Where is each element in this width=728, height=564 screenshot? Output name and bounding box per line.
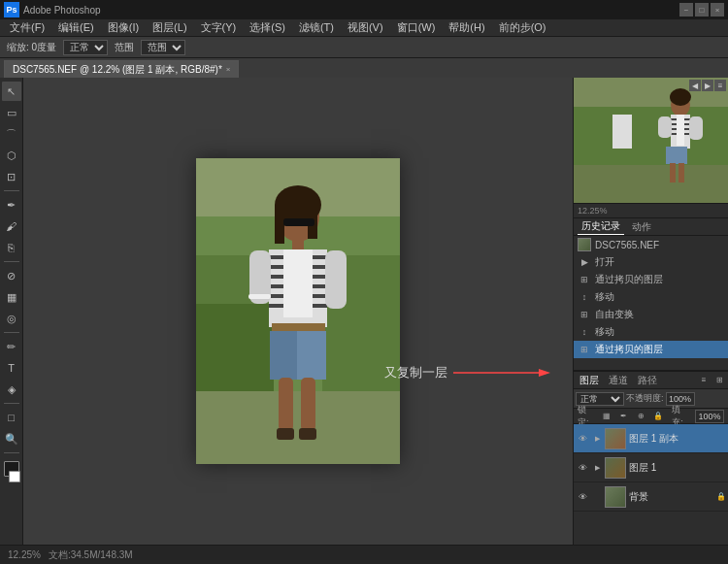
history-label-5: 移动 bbox=[595, 325, 614, 339]
svg-marker-31 bbox=[539, 369, 550, 377]
tool-pen[interactable]: ✏ bbox=[2, 337, 21, 356]
fill-input[interactable] bbox=[695, 410, 724, 423]
tool-shape[interactable]: □ bbox=[2, 408, 21, 427]
menu-layer[interactable]: 图层(L) bbox=[147, 19, 192, 36]
svg-rect-21 bbox=[325, 250, 347, 309]
range-select[interactable]: 范围 bbox=[141, 40, 185, 55]
layer-expand-1[interactable]: ▶ bbox=[592, 463, 602, 473]
history-item-0[interactable]: DSC7565.NEF bbox=[574, 236, 728, 253]
tool-blur[interactable]: ◎ bbox=[2, 309, 21, 328]
layers-tab-paths[interactable]: 路径 bbox=[634, 373, 661, 388]
layer-name-1: 图层 1 bbox=[629, 461, 726, 475]
zoom-level: 12.25% bbox=[8, 549, 41, 560]
prev-arrow-right[interactable]: ▶ bbox=[702, 80, 713, 91]
lock-transparent-icon[interactable]: ▦ bbox=[601, 410, 613, 423]
lock-all-icon[interactable]: 🔒 bbox=[651, 410, 664, 423]
svg-rect-37 bbox=[612, 115, 632, 149]
history-item-3[interactable]: ↕ 移动 bbox=[574, 288, 728, 306]
menu-filter[interactable]: 滤镜(T) bbox=[293, 19, 340, 36]
layer-row-1[interactable]: 👁 ▶ 图层 1 bbox=[574, 453, 728, 482]
tool-text[interactable]: T bbox=[2, 358, 21, 378]
layers-tab-channels[interactable]: 通道 bbox=[605, 373, 632, 388]
title-left: Ps Adobe Photoshop bbox=[4, 2, 101, 17]
tool-crop[interactable]: ⊡ bbox=[2, 167, 21, 186]
tool-gradient[interactable]: ▦ bbox=[2, 287, 21, 307]
preview-image bbox=[574, 78, 728, 204]
svg-rect-3 bbox=[196, 304, 274, 401]
history-item-5[interactable]: ↕ 移动 bbox=[574, 323, 728, 341]
zoom-label: 缩放: 0度量 bbox=[4, 40, 59, 55]
tool-zoom[interactable]: 🔍 bbox=[2, 429, 21, 448]
history-item-4[interactable]: ⊞ 自由变换 bbox=[574, 306, 728, 323]
menu-view[interactable]: 视图(V) bbox=[342, 19, 389, 36]
history-item-2[interactable]: ⊞ 通过拷贝的图层 bbox=[574, 271, 728, 288]
layers-options-bar: 正常 不透明度: bbox=[574, 389, 728, 409]
layers-menu-icon[interactable]: ≡ bbox=[697, 374, 711, 387]
layer-eye-0[interactable]: 👁 bbox=[576, 432, 589, 446]
right-panel: ◀ ▶ ≡ 12.25% 历史记录 动作 DSC7565.NEF ▶ 打开 ⊞ bbox=[573, 78, 728, 545]
opacity-label: 不透明度: bbox=[626, 392, 664, 405]
svg-rect-8 bbox=[275, 205, 284, 244]
tool-select-rect[interactable]: ▭ bbox=[2, 103, 21, 122]
minimize-button[interactable]: − bbox=[679, 3, 693, 17]
tool-brush[interactable]: 🖌 bbox=[2, 216, 21, 236]
tab-close-icon[interactable]: × bbox=[226, 65, 231, 74]
lock-position-icon[interactable]: ⊕ bbox=[635, 410, 647, 423]
file-size-info: 文档:34.5M/148.3M bbox=[49, 548, 133, 562]
history-label-3: 移动 bbox=[595, 290, 614, 304]
tool-eraser[interactable]: ⊘ bbox=[2, 266, 21, 285]
tool-path-select[interactable]: ◈ bbox=[2, 380, 21, 399]
mode-select[interactable]: 正常 bbox=[63, 40, 108, 55]
svg-rect-43 bbox=[666, 147, 687, 164]
panel-tab-actions[interactable]: 动作 bbox=[628, 219, 655, 235]
background-color[interactable] bbox=[9, 471, 20, 482]
history-item-1[interactable]: ▶ 打开 bbox=[574, 253, 728, 271]
tool-move[interactable]: ↖ bbox=[2, 82, 21, 101]
options-bar: 缩放: 0度量 正常 范围 范围 bbox=[0, 37, 728, 58]
preview-area: ◀ ▶ ≡ bbox=[574, 78, 728, 204]
layer-thumb-2 bbox=[605, 486, 626, 508]
panel-tab-history[interactable]: 历史记录 bbox=[578, 218, 624, 235]
close-button[interactable]: × bbox=[711, 3, 724, 17]
layer-expand-0[interactable]: ▶ bbox=[592, 434, 602, 444]
history-item-6[interactable]: ⊞ 通过拷贝的图层 bbox=[574, 341, 728, 358]
menu-type[interactable]: 文字(Y) bbox=[195, 19, 243, 36]
app-title: Adobe Photoshop bbox=[23, 5, 101, 16]
history-label-2: 通过拷贝的图层 bbox=[595, 273, 663, 286]
menu-help[interactable]: 帮助(H) bbox=[443, 19, 490, 36]
menu-file[interactable]: 文件(F) bbox=[4, 19, 50, 36]
svg-rect-24 bbox=[270, 331, 297, 380]
menu-select[interactable]: 选择(S) bbox=[244, 19, 291, 36]
tool-eyedropper[interactable]: ✒ bbox=[2, 195, 21, 215]
history-icon-2: ⊞ bbox=[578, 273, 591, 286]
annotation-text: 又复制一层 bbox=[384, 364, 447, 382]
tool-lasso[interactable]: ⌒ bbox=[2, 124, 21, 144]
svg-rect-25 bbox=[279, 378, 293, 431]
tool-clone[interactable]: ⎘ bbox=[2, 238, 21, 257]
title-bar: Ps Adobe Photoshop − □ × bbox=[0, 0, 728, 19]
layer-eye-1[interactable]: 👁 bbox=[576, 461, 589, 475]
document-tab[interactable]: DSC7565.NEF @ 12.2% (图层 1 副本, RGB/8#)* × bbox=[4, 60, 239, 78]
history-icon-6: ⊞ bbox=[578, 343, 591, 356]
maximize-button[interactable]: □ bbox=[695, 3, 709, 17]
layers-panel-icon[interactable]: ⊞ bbox=[712, 374, 726, 387]
lock-pixels-icon[interactable]: ✒ bbox=[617, 410, 630, 423]
layer-row-2[interactable]: 👁 背景 🔒 bbox=[574, 482, 728, 512]
canvas-area: 又复制一层 bbox=[23, 78, 573, 545]
tool-quick-select[interactable]: ⬡ bbox=[2, 146, 21, 165]
layer-eye-2[interactable]: 👁 bbox=[576, 490, 589, 504]
prev-menu[interactable]: ≡ bbox=[714, 80, 726, 91]
tool-separator-5 bbox=[4, 452, 19, 453]
menu-edit[interactable]: 编辑(E) bbox=[52, 19, 100, 36]
menu-back[interactable]: 前的步(O) bbox=[493, 19, 552, 36]
layer-thumb-1 bbox=[605, 457, 626, 479]
scale-info: 12.25% bbox=[574, 204, 728, 218]
prev-arrow-left[interactable]: ◀ bbox=[689, 80, 701, 91]
layers-tab-layers[interactable]: 图层 bbox=[576, 373, 603, 388]
svg-rect-19 bbox=[283, 249, 313, 317]
menu-image[interactable]: 图像(I) bbox=[102, 19, 145, 36]
svg-rect-10 bbox=[283, 218, 314, 226]
menu-window[interactable]: 窗口(W) bbox=[391, 19, 442, 36]
panel-tabs-top: 历史记录 动作 bbox=[574, 218, 728, 236]
layer-row-0[interactable]: 👁 ▶ 图层 1 副本 bbox=[574, 424, 728, 453]
